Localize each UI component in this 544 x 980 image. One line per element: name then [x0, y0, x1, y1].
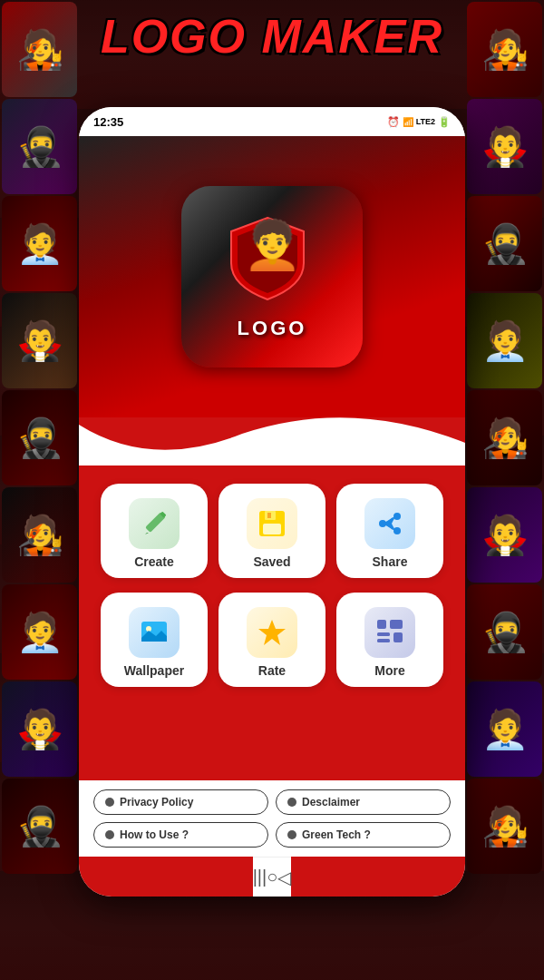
svg-marker-12	[258, 620, 286, 645]
floppy-icon	[256, 507, 288, 540]
svg-point-9	[379, 520, 386, 527]
share-icon	[374, 507, 406, 540]
create-button[interactable]: Create	[101, 484, 208, 578]
wallpaper-img-icon	[138, 616, 170, 649]
grid-icon	[374, 616, 406, 649]
app-title: LOGO MAKER	[0, 9, 544, 64]
svg-rect-5	[263, 524, 281, 534]
saved-label: Saved	[253, 554, 290, 569]
share-button[interactable]: Share	[336, 484, 443, 578]
battery-icon: 🔋	[438, 116, 451, 128]
more-button[interactable]: More	[336, 593, 443, 687]
buttons-section: Create Saved	[79, 466, 465, 780]
lte-icon: LTE2	[416, 117, 435, 126]
saved-icon-wrap	[247, 498, 297, 549]
disclaimer-label: Desclaimer	[302, 796, 360, 808]
howto-dot	[105, 830, 114, 839]
status-bar: 12:35 ⏰ 📶 LTE2 🔋	[79, 107, 465, 136]
wallpaper-label: Wallpaper	[124, 663, 184, 678]
share-icon-wrap	[364, 498, 415, 549]
greentech-label: Green Tech ?	[302, 828, 371, 841]
disclaimer-link[interactable]: Desclaimer	[276, 789, 451, 815]
svg-rect-6	[267, 513, 271, 518]
status-time: 12:35	[93, 115, 123, 129]
star-icon	[256, 616, 288, 649]
svg-rect-16	[377, 639, 390, 642]
svg-rect-17	[393, 632, 403, 642]
btn-row-1: Create Saved	[101, 484, 443, 578]
svg-rect-14	[390, 620, 403, 629]
nav-back-icon[interactable]: ◁	[277, 867, 291, 888]
greentech-dot	[287, 830, 296, 839]
saved-button[interactable]: Saved	[219, 484, 325, 578]
svg-point-7	[393, 513, 401, 520]
logo-text: LOGO	[238, 317, 307, 340]
svg-rect-13	[377, 620, 386, 629]
logo-card: 🧑‍🦱 LOGO	[181, 186, 363, 368]
wallpaper-icon-wrap	[129, 607, 180, 658]
bottom-links: Privacy Policy Desclaimer How to Use ? G…	[79, 780, 465, 857]
alarm-icon: ⏰	[387, 116, 400, 128]
status-icons: ⏰ 📶 LTE2 🔋	[387, 116, 451, 128]
privacy-label: Privacy Policy	[120, 796, 193, 808]
hero-area: 🧑‍🦱 LOGO	[79, 136, 465, 417]
more-icon-wrap	[364, 607, 415, 658]
greentech-link[interactable]: Green Tech ?	[276, 822, 451, 848]
privacy-policy-link[interactable]: Privacy Policy	[93, 789, 268, 815]
svg-marker-1	[145, 533, 149, 534]
howto-link[interactable]: How to Use ?	[93, 822, 268, 848]
btn-row-2: Wallpaper Rate	[101, 593, 443, 687]
rate-button[interactable]: Rate	[219, 593, 325, 687]
disclaimer-dot	[287, 798, 296, 807]
bg-col-left: 🧑‍🎤 🥷 🧑‍💼 🧛 🥷 🧑‍🎤 🧑‍💼 🧛 🥷	[0, 0, 79, 980]
app-content: 🧑‍🦱 LOGO	[79, 136, 465, 897]
bg-col-right: 🧑‍🎤 🧛 🥷 🧑‍💼 🧑‍🎤 🧛 🥷 🧑‍💼 🧑‍🎤	[465, 0, 544, 980]
share-label: Share	[373, 554, 408, 569]
create-icon-wrap	[129, 498, 180, 549]
wallpaper-button[interactable]: Wallpaper	[101, 593, 208, 687]
svg-rect-15	[377, 632, 390, 636]
howto-label: How to Use ?	[120, 828, 189, 841]
create-label: Create	[134, 554, 174, 569]
nav-home-icon[interactable]: ○	[267, 867, 277, 887]
nav-bar: ||| ○ ◁	[253, 857, 292, 897]
wave-divider	[79, 416, 465, 466]
rate-icon-wrap	[247, 607, 297, 658]
svg-point-8	[393, 527, 401, 534]
rate-label: Rate	[258, 663, 286, 678]
signal-icon: 📶	[403, 117, 413, 127]
more-label: More	[374, 663, 404, 678]
nav-menu-icon[interactable]: |||	[253, 867, 267, 887]
privacy-dot	[105, 798, 114, 807]
phone-frame: 12:35 ⏰ 📶 LTE2 🔋 🧑‍🦱 LOGO	[79, 107, 465, 897]
pencil-icon	[138, 507, 170, 540]
